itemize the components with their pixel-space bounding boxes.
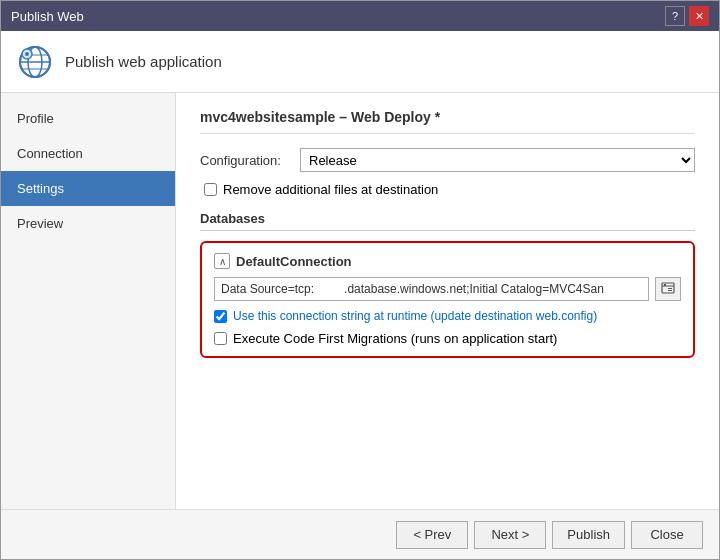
sidebar-item-connection[interactable]: Connection bbox=[1, 136, 175, 171]
svg-rect-11 bbox=[668, 288, 672, 289]
page-title: mvc4websitesample – Web Deploy * bbox=[200, 109, 695, 134]
publish-web-dialog: Publish Web ? ✕ Publish web application bbox=[0, 0, 720, 560]
title-bar: Publish Web ? ✕ bbox=[1, 1, 719, 31]
collapse-icon[interactable]: ∧ bbox=[214, 253, 230, 269]
connection-string-input[interactable] bbox=[214, 277, 649, 301]
globe-icon bbox=[17, 44, 53, 80]
remove-files-row: Remove additional files at destination bbox=[200, 182, 695, 197]
sidebar-item-preview[interactable]: Preview bbox=[1, 206, 175, 241]
default-connection-container: ∧ DefaultConnection bbox=[200, 241, 695, 358]
close-button[interactable]: Close bbox=[631, 521, 703, 549]
sidebar-item-settings[interactable]: Settings bbox=[1, 171, 175, 206]
use-connection-label: Use this connection string at runtime (u… bbox=[233, 309, 597, 323]
browse-icon bbox=[661, 282, 675, 296]
sidebar-item-profile[interactable]: Profile bbox=[1, 101, 175, 136]
prev-button[interactable]: < Prev bbox=[396, 521, 468, 549]
config-select[interactable]: Release Debug bbox=[300, 148, 695, 172]
execute-migrations-label: Execute Code First Migrations (runs on a… bbox=[233, 331, 557, 346]
db-connection-row bbox=[214, 277, 681, 301]
header-section: Publish web application bbox=[1, 31, 719, 93]
execute-migrations-checkbox[interactable] bbox=[214, 332, 227, 345]
db-name: DefaultConnection bbox=[236, 254, 352, 269]
svg-rect-12 bbox=[668, 290, 672, 291]
svg-point-7 bbox=[25, 52, 29, 56]
use-connection-row: Use this connection string at runtime (u… bbox=[214, 309, 681, 323]
remove-files-label: Remove additional files at destination bbox=[223, 182, 438, 197]
svg-rect-10 bbox=[664, 284, 666, 286]
use-connection-checkbox[interactable] bbox=[214, 310, 227, 323]
sidebar: Profile Connection Settings Preview bbox=[1, 93, 176, 509]
execute-migrations-row: Execute Code First Migrations (runs on a… bbox=[214, 331, 681, 346]
next-button[interactable]: Next > bbox=[474, 521, 546, 549]
help-button[interactable]: ? bbox=[665, 6, 685, 26]
connection-string-browse-button[interactable] bbox=[655, 277, 681, 301]
main-content: mvc4websitesample – Web Deploy * Configu… bbox=[176, 93, 719, 509]
publish-button[interactable]: Publish bbox=[552, 521, 625, 549]
dialog-title: Publish Web bbox=[11, 9, 84, 24]
db-header: ∧ DefaultConnection bbox=[214, 253, 681, 269]
databases-section-header: Databases bbox=[200, 211, 695, 231]
config-label: Configuration: bbox=[200, 153, 290, 168]
close-title-button[interactable]: ✕ bbox=[689, 6, 709, 26]
header-title: Publish web application bbox=[65, 53, 222, 70]
remove-files-checkbox[interactable] bbox=[204, 183, 217, 196]
title-bar-controls: ? ✕ bbox=[665, 6, 709, 26]
footer: < Prev Next > Publish Close bbox=[1, 509, 719, 559]
content-area: Profile Connection Settings Preview mvc4… bbox=[1, 93, 719, 509]
config-row: Configuration: Release Debug bbox=[200, 148, 695, 172]
